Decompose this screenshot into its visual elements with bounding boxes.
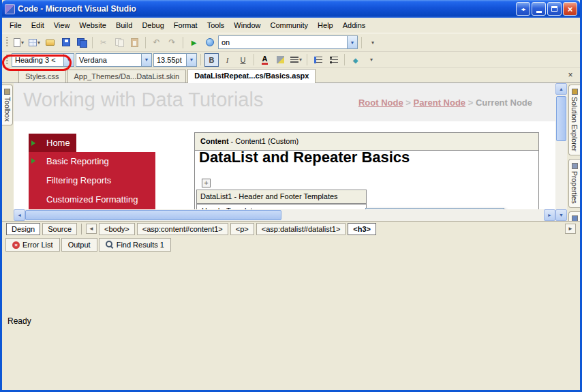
numbered-list-button[interactable] <box>311 53 325 67</box>
menu-view[interactable]: View <box>49 19 75 31</box>
menu-tools[interactable]: Tools <box>202 19 230 31</box>
source-view-button[interactable]: Source <box>42 223 77 235</box>
nav-item-basic-reporting[interactable]: Basic Reporting <box>29 152 155 171</box>
toolbar-options-button[interactable] <box>365 35 380 50</box>
tag-scroll-right-button[interactable] <box>565 224 576 234</box>
toolbox-tab[interactable]: Toolbox <box>2 85 13 125</box>
redo-icon <box>168 37 175 47</box>
green-arrow-icon <box>31 158 35 164</box>
bold-button[interactable]: B <box>204 53 219 67</box>
solution-explorer-label: Solution Explorer <box>570 97 579 151</box>
menu-debug[interactable]: Debug <box>137 19 168 31</box>
copy-button[interactable] <box>112 35 126 50</box>
properties-tab[interactable]: Properties <box>568 159 580 208</box>
add-item-button[interactable] <box>27 35 42 50</box>
scroll-left-button[interactable] <box>14 209 25 221</box>
window-context-button[interactable] <box>516 2 530 16</box>
tag-p[interactable]: <p> <box>230 223 254 235</box>
underline-button[interactable]: U <box>236 53 250 67</box>
tab-basics-aspx[interactable]: DataListRepeat...cs/Basics.aspx <box>187 69 316 83</box>
tag-h3[interactable]: <h3> <box>348 223 376 235</box>
start-debug-button[interactable] <box>187 35 201 50</box>
font-color-button[interactable]: A <box>258 53 272 67</box>
tag-asp-content[interactable]: <asp:content#content1> <box>137 223 228 235</box>
close-button[interactable] <box>563 2 577 16</box>
output-tab[interactable]: Output <box>61 238 97 252</box>
new-file-button[interactable] <box>12 35 26 50</box>
undo-button[interactable] <box>149 35 164 50</box>
dropdown-arrow-icon[interactable] <box>63 54 74 66</box>
design-view-button[interactable]: Design <box>6 223 40 235</box>
nav-item-customized-formatting[interactable]: Customized Formatting <box>29 190 155 209</box>
menu-window[interactable]: Window <box>229 19 265 31</box>
horizontal-scroll-thumb[interactable] <box>25 210 281 220</box>
tag-asp-datalist[interactable]: <asp:datalist#datalist1> <box>256 223 346 235</box>
toolbar-combo[interactable]: on <box>218 35 358 49</box>
menu-addins[interactable]: Addins <box>338 19 371 31</box>
save-all-button[interactable] <box>74 35 89 50</box>
nav-item-filtering-reports[interactable]: Filtering Reports <box>29 171 155 190</box>
font-size-value: 13.55pt <box>154 56 186 64</box>
dropdown-arrow-icon[interactable] <box>347 36 357 48</box>
vertical-scroll-track[interactable] <box>555 95 567 209</box>
vs-window: Code - Microsoft Visual Studio File Edit… <box>0 0 582 392</box>
play-icon <box>192 38 197 46</box>
scroll-right-button[interactable] <box>544 209 555 221</box>
menu-website[interactable]: Website <box>74 19 111 31</box>
toolbar-grip[interactable] <box>6 37 8 48</box>
menu-help[interactable]: Help <box>313 19 338 31</box>
scroll-up-button[interactable] <box>555 83 567 95</box>
toolbox-label: Toolbox <box>3 97 12 121</box>
nav-item-home[interactable]: Home <box>29 134 76 152</box>
tag-body[interactable]: <body> <box>99 223 135 235</box>
menu-community[interactable]: Community <box>265 19 313 31</box>
save-button[interactable] <box>59 35 73 50</box>
vertical-scrollbar[interactable] <box>555 83 567 221</box>
title-bar[interactable]: Code - Microsoft Visual Studio <box>2 0 580 18</box>
bullet-list-button[interactable] <box>326 53 341 67</box>
horizontal-scrollbar[interactable] <box>14 209 555 221</box>
toolbar-separator <box>183 37 183 48</box>
breadcrumb-root-link[interactable]: Root Node <box>358 97 403 108</box>
menu-build[interactable]: Build <box>111 19 137 31</box>
maximize-button[interactable] <box>547 2 562 16</box>
breadcrumb-parent-link[interactable]: Parent Node <box>414 97 466 108</box>
find-results-tab[interactable]: Find Results 1 <box>99 238 171 252</box>
italic-button[interactable]: I <box>220 53 234 67</box>
open-file-button[interactable] <box>43 35 57 50</box>
alignment-button[interactable] <box>289 53 303 67</box>
solution-explorer-tab[interactable]: Solution Explorer <box>568 85 580 155</box>
datalist-header[interactable]: DataList1 - Header and Footer Templates <box>196 190 367 204</box>
minimize-button[interactable] <box>532 2 546 16</box>
scroll-down-button[interactable] <box>555 209 567 221</box>
menu-format[interactable]: Format <box>169 19 202 31</box>
paste-button[interactable] <box>127 35 142 50</box>
design-surface[interactable]: Working with Data Tutorials Root Node > … <box>14 83 555 209</box>
bullet-list-icon <box>330 57 338 63</box>
menu-file[interactable]: File <box>5 19 27 31</box>
dropdown-arrow-icon[interactable] <box>186 54 196 66</box>
cut-button[interactable] <box>96 35 110 50</box>
highlight-button[interactable] <box>273 53 288 67</box>
document-tab-strip: Styles.css App_Themes/Da...DataList.skin… <box>2 68 580 83</box>
browse-button[interactable] <box>202 35 217 50</box>
toolbar-separator <box>307 54 307 65</box>
close-document-button[interactable] <box>565 70 576 80</box>
vertical-scroll-thumb[interactable] <box>556 96 566 141</box>
tab-datalist-skin[interactable]: App_Themes/Da...DataList.skin <box>67 70 187 82</box>
dropdown-arrow-icon[interactable] <box>141 54 151 66</box>
font-name-combo[interactable]: Verdana <box>76 53 152 67</box>
tag-scroll-left-button[interactable] <box>86 224 97 234</box>
redo-button[interactable] <box>165 35 179 50</box>
toolbar-grip[interactable] <box>6 55 8 65</box>
toolbar-options-button[interactable] <box>364 53 378 67</box>
menu-edit[interactable]: Edit <box>27 19 49 31</box>
block-format-combo[interactable]: Heading 3 < <box>12 53 74 67</box>
tab-styles-css[interactable]: Styles.css <box>18 70 66 82</box>
breadcrumb-current: Current Node <box>476 97 532 108</box>
error-list-tab[interactable]: Error List <box>5 238 60 252</box>
font-size-combo[interactable]: 13.55pt <box>153 53 197 67</box>
move-handle-icon[interactable] <box>202 179 211 187</box>
toolbar-separator <box>344 54 345 65</box>
style-application-button[interactable] <box>348 53 363 67</box>
